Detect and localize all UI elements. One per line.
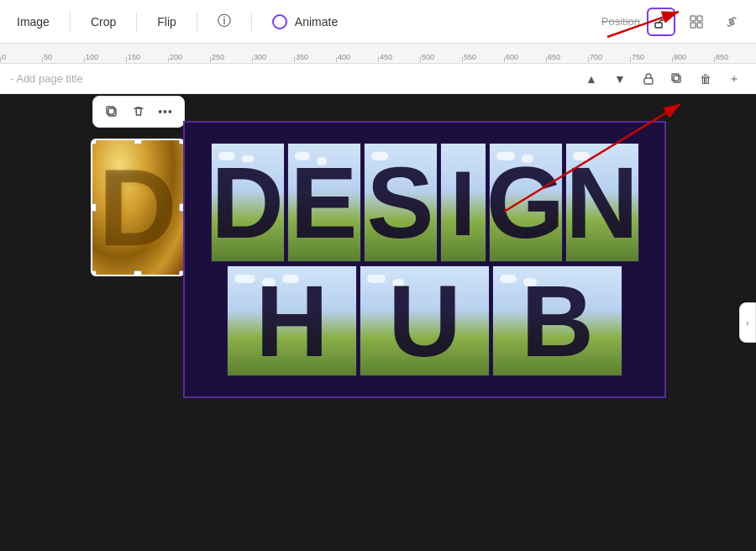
letter-H: H xyxy=(227,265,357,376)
eyedropper-button[interactable] xyxy=(647,8,675,36)
svg-rect-8 xyxy=(690,23,696,28)
g-char: G xyxy=(490,144,562,261)
toolbar-right: Position xyxy=(601,8,746,36)
sep4 xyxy=(251,12,252,32)
e-char: E xyxy=(288,144,360,261)
page-title-bar: - Add page title ▲ ▼ 🗑 ＋ xyxy=(0,64,756,94)
letter-G: G xyxy=(489,143,563,262)
link-button[interactable] xyxy=(717,8,746,36)
grid-button[interactable] xyxy=(682,8,711,36)
animate-circle-icon xyxy=(272,14,287,29)
info-icon: ⓘ xyxy=(218,13,231,30)
ruler-tick: 700 xyxy=(588,53,630,61)
ruler: 0 50 100 150 200 250 300 350 400 450 500… xyxy=(0,44,756,64)
crop-label: Crop xyxy=(91,15,116,29)
ruler-tick: 550 xyxy=(462,53,504,61)
move-up-button[interactable]: ▲ xyxy=(580,67,603,91)
svg-rect-11 xyxy=(674,76,680,82)
ruler-tick: 400 xyxy=(336,53,378,61)
lock-button[interactable] xyxy=(637,67,660,91)
letter-B: B xyxy=(492,265,622,376)
letter-S: S xyxy=(364,143,438,262)
main-toolbar: Image Crop Flip ⓘ Animate Position xyxy=(0,0,756,44)
link-icon xyxy=(724,14,739,29)
more-dots-icon: ••• xyxy=(158,105,173,118)
svg-rect-9 xyxy=(697,23,702,28)
design-canvas[interactable]: D E S I xyxy=(183,121,666,398)
letter-D: D xyxy=(211,143,285,262)
chevron-right-icon: › xyxy=(746,318,748,328)
ruler-tick: 300 xyxy=(252,53,294,61)
copy-icon xyxy=(105,105,118,118)
svg-rect-10 xyxy=(644,78,653,84)
sep2 xyxy=(136,12,137,32)
canvas-area[interactable]: ••• D ↻ D xyxy=(0,94,756,551)
ruler-tick: 750 xyxy=(630,53,672,61)
duplicate-icon xyxy=(671,73,683,85)
ruler-tick: 250 xyxy=(210,53,252,61)
ruler-tick: 800 xyxy=(672,53,714,61)
ruler-tick: 0 xyxy=(0,53,42,61)
design-row1: D E S I xyxy=(211,143,639,262)
ruler-tick: 450 xyxy=(378,53,420,61)
position-text: Position xyxy=(601,15,640,28)
letter-I: I xyxy=(440,143,486,262)
svg-point-4 xyxy=(664,15,668,18)
ruler-tick: 100 xyxy=(84,53,126,61)
letter-E: E xyxy=(287,143,361,262)
sidebar-toggle[interactable]: › xyxy=(739,302,756,343)
ruler-tick: 200 xyxy=(168,53,210,61)
letter-U: U xyxy=(360,265,490,376)
page-title-input[interactable]: - Add page title xyxy=(10,72,83,85)
svg-rect-12 xyxy=(672,74,679,81)
d-char: D xyxy=(212,144,284,261)
ruler-tick: 50 xyxy=(42,53,84,61)
ruler-tick: 850 xyxy=(714,53,756,61)
page-actions: ▲ ▼ 🗑 ＋ xyxy=(580,67,746,91)
context-toolbar: ••• xyxy=(92,96,185,128)
ruler-numbers: 0 50 100 150 200 250 300 350 400 450 500… xyxy=(0,44,756,63)
duplicate-page-button[interactable] xyxy=(665,67,689,91)
toolbar-animate[interactable]: Animate xyxy=(265,11,344,33)
toolbar-crop[interactable]: Crop xyxy=(84,12,123,32)
move-down-button[interactable]: ▼ xyxy=(608,67,632,91)
more-button[interactable]: ••• xyxy=(154,100,177,123)
s-char: S xyxy=(365,144,437,261)
copy-button[interactable] xyxy=(100,100,123,123)
svg-rect-6 xyxy=(690,16,696,21)
flip-label: Flip xyxy=(157,15,176,29)
lock-icon xyxy=(643,73,654,85)
eyedropper-icon xyxy=(654,14,669,29)
delete-page-button[interactable]: 🗑 xyxy=(694,67,717,91)
u-char: U xyxy=(360,266,489,375)
ruler-tick: 650 xyxy=(546,53,588,61)
page-title-placeholder: - Add page title xyxy=(10,72,83,85)
b-char: B xyxy=(493,266,622,375)
letter-N: N xyxy=(565,143,639,262)
sep3 xyxy=(197,12,197,32)
svg-rect-2 xyxy=(655,23,662,28)
add-page-button[interactable]: ＋ xyxy=(722,67,746,91)
toolbar-info[interactable]: ⓘ xyxy=(211,9,238,34)
svg-rect-7 xyxy=(697,16,702,21)
delete-button[interactable] xyxy=(127,100,150,123)
ruler-tick: 350 xyxy=(294,53,336,61)
toolbar-image[interactable]: Image xyxy=(10,12,56,32)
image-label: Image xyxy=(17,15,50,29)
delete-icon xyxy=(132,105,145,118)
h-char: H xyxy=(228,266,356,375)
grid-icon xyxy=(689,14,704,29)
n-char: N xyxy=(566,144,638,261)
ruler-tick: 150 xyxy=(126,53,168,61)
toolbar-flip[interactable]: Flip xyxy=(150,12,183,32)
selected-image[interactable]: D ↻ xyxy=(92,140,183,275)
ruler-tick: 600 xyxy=(504,53,546,61)
sep1 xyxy=(70,12,71,32)
animate-label: Animate xyxy=(295,15,338,29)
design-row2: H U B xyxy=(227,265,622,376)
d-letter: D xyxy=(92,140,183,275)
ruler-tick: 500 xyxy=(420,53,462,61)
i-char: I xyxy=(441,144,486,261)
